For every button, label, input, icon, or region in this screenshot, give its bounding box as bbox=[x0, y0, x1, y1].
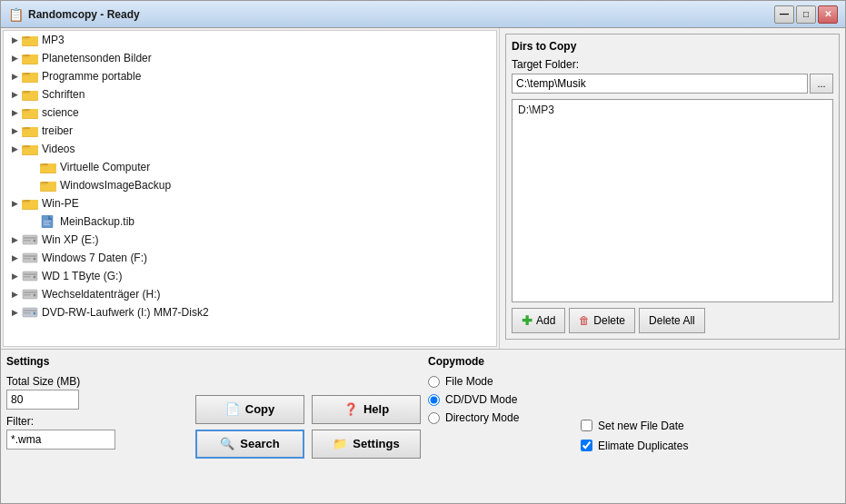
tree-item-label: Videos bbox=[42, 143, 75, 155]
cddvd-mode-row: CD/DVD Mode bbox=[428, 393, 573, 406]
file-mode-radio[interactable] bbox=[428, 376, 440, 388]
svg-rect-37 bbox=[24, 240, 31, 242]
svg-rect-26 bbox=[40, 183, 47, 185]
help-icon: ❓ bbox=[343, 402, 358, 416]
settings-button[interactable]: 📁 Settings bbox=[312, 430, 421, 459]
folder-icon bbox=[22, 124, 38, 137]
expand-arrow-icon[interactable] bbox=[25, 178, 40, 193]
delete-all-button[interactable]: Delete All bbox=[639, 308, 705, 333]
tree-item-label: MP3 bbox=[42, 34, 65, 46]
cddvd-mode-radio[interactable] bbox=[428, 394, 440, 406]
tree-item[interactable]: ▶ DVD-RW-Laufwerk (I:) MM7-Disk2 bbox=[4, 303, 496, 321]
tree-item[interactable]: MeinBackup.tib bbox=[4, 212, 496, 231]
copy-button[interactable]: 📄 Copy bbox=[195, 395, 304, 424]
browse-button[interactable]: ... bbox=[810, 74, 833, 94]
filter-input[interactable] bbox=[6, 430, 115, 450]
folder-icon bbox=[40, 161, 56, 173]
search-button[interactable]: 🔍 Search bbox=[195, 430, 304, 459]
svg-rect-31 bbox=[44, 221, 51, 222]
left-panel: ▶ MP3▶ Planetensonden Bilder▶ Programme … bbox=[1, 28, 500, 349]
svg-rect-11 bbox=[22, 93, 29, 94]
total-size-input[interactable] bbox=[6, 390, 79, 410]
expand-arrow-icon[interactable]: ▶ bbox=[7, 287, 22, 301]
tree-item-label: Virtuelle Computer bbox=[60, 161, 150, 173]
title-bar: 📋 Randomcopy - Ready — □ ✕ bbox=[1, 1, 845, 28]
dirs-list[interactable]: D:\MP3 bbox=[512, 99, 833, 302]
expand-arrow-icon[interactable]: ▶ bbox=[7, 269, 22, 283]
eliminate-duplicates-label[interactable]: Elimate Duplicates bbox=[598, 440, 688, 452]
tree-item[interactable]: ▶ Schriften bbox=[4, 85, 496, 104]
svg-point-44 bbox=[34, 276, 36, 279]
secondary-buttons-col: ❓ Help 📁 Settings bbox=[312, 355, 421, 498]
directory-mode-radio[interactable] bbox=[428, 412, 440, 424]
tree-item[interactable]: ▶ Programme portable bbox=[4, 67, 496, 85]
cddvd-mode-label[interactable]: CD/DVD Mode bbox=[445, 393, 517, 406]
tree-item-label: treiber bbox=[42, 124, 73, 137]
svg-rect-17 bbox=[22, 129, 29, 131]
filter-row: Filter: bbox=[6, 415, 188, 450]
filter-label: Filter: bbox=[6, 415, 188, 428]
expand-arrow-icon[interactable] bbox=[25, 160, 40, 174]
tree-item-label: Win-PE bbox=[42, 197, 79, 210]
total-size-row: Total Size (MB) bbox=[6, 375, 188, 410]
expand-arrow-icon[interactable]: ▶ bbox=[7, 305, 22, 320]
help-button[interactable]: ❓ Help bbox=[312, 395, 421, 424]
svg-rect-33 bbox=[44, 224, 50, 225]
expand-arrow-icon[interactable]: ▶ bbox=[7, 69, 22, 84]
settings-title: Settings bbox=[6, 355, 188, 368]
expand-arrow-icon[interactable] bbox=[25, 214, 40, 229]
main-window: 📋 Randomcopy - Ready — □ ✕ ▶ MP3▶ Planet… bbox=[0, 0, 846, 504]
target-folder-row: ... bbox=[512, 74, 833, 94]
tree-item[interactable]: ▶ Win-PE bbox=[4, 194, 496, 212]
expand-arrow-icon[interactable]: ▶ bbox=[7, 51, 22, 65]
file-mode-label[interactable]: File Mode bbox=[445, 375, 493, 388]
drive-icon bbox=[22, 252, 38, 264]
tree-item[interactable]: ▶ treiber bbox=[4, 122, 496, 140]
target-folder-input[interactable] bbox=[512, 74, 808, 94]
expand-arrow-icon[interactable]: ▶ bbox=[7, 232, 22, 247]
tree-item[interactable]: Virtuelle Computer bbox=[4, 158, 496, 176]
tree-item[interactable]: ▶ Planetensonden Bilder bbox=[4, 49, 496, 67]
eliminate-duplicates-checkbox[interactable] bbox=[581, 440, 592, 451]
tree-item[interactable]: ▶ Wechseldatenträger (H:) bbox=[4, 285, 496, 303]
copy-icon: 📄 bbox=[225, 402, 240, 416]
delete-button[interactable]: 🗑 Delete bbox=[569, 308, 635, 333]
svg-rect-43 bbox=[24, 273, 36, 275]
directory-mode-label[interactable]: Directory Mode bbox=[445, 411, 519, 424]
minimize-button[interactable]: — bbox=[774, 5, 794, 24]
set-new-file-date-checkbox[interactable] bbox=[581, 420, 592, 431]
expand-arrow-icon[interactable]: ▶ bbox=[7, 87, 22, 102]
directory-mode-row: Directory Mode bbox=[428, 411, 573, 424]
set-new-file-date-row: Set new File Date bbox=[581, 420, 688, 432]
expand-arrow-icon[interactable]: ▶ bbox=[7, 124, 22, 138]
tree-item-label: Wechseldatenträger (H:) bbox=[42, 288, 161, 301]
expand-arrow-icon[interactable]: ▶ bbox=[7, 196, 22, 211]
expand-arrow-icon[interactable]: ▶ bbox=[7, 142, 22, 156]
folder-icon bbox=[40, 215, 56, 228]
main-content: ▶ MP3▶ Planetensonden Bilder▶ Programme … bbox=[1, 28, 845, 349]
svg-rect-39 bbox=[24, 255, 36, 257]
expand-arrow-icon[interactable]: ▶ bbox=[7, 251, 22, 265]
svg-point-36 bbox=[34, 240, 36, 242]
tree-item[interactable]: ▶ MP3 bbox=[4, 31, 496, 49]
tree-item[interactable]: ▶ WD 1 TByte (G:) bbox=[4, 267, 496, 285]
tree-item[interactable]: ▶ science bbox=[4, 104, 496, 122]
add-button[interactable]: ✚ Add bbox=[512, 308, 565, 333]
close-button[interactable]: ✕ bbox=[818, 5, 838, 24]
svg-rect-47 bbox=[24, 292, 36, 293]
search-icon: 🔍 bbox=[220, 437, 234, 450]
tree-item[interactable]: WindowsImageBackup bbox=[4, 176, 496, 194]
expand-arrow-icon[interactable]: ▶ bbox=[7, 33, 22, 47]
file-tree[interactable]: ▶ MP3▶ Planetensonden Bilder▶ Programme … bbox=[3, 30, 497, 347]
set-new-file-date-label[interactable]: Set new File Date bbox=[598, 420, 684, 432]
tree-item[interactable]: ▶ Windows 7 Daten (F:) bbox=[4, 249, 496, 267]
expand-arrow-icon[interactable]: ▶ bbox=[7, 105, 22, 120]
tree-item[interactable]: ▶ Win XP (E:) bbox=[4, 231, 496, 249]
maximize-button[interactable]: □ bbox=[796, 5, 816, 24]
svg-point-52 bbox=[34, 312, 36, 315]
svg-rect-41 bbox=[24, 258, 31, 260]
copymode-section: Copymode File Mode CD/DVD Mode Directory… bbox=[428, 355, 573, 498]
bottom-panel: Settings Total Size (MB) Filter: 📄 Copy … bbox=[1, 349, 845, 503]
tree-item[interactable]: ▶ Videos bbox=[4, 140, 496, 158]
drive-icon bbox=[22, 306, 38, 319]
